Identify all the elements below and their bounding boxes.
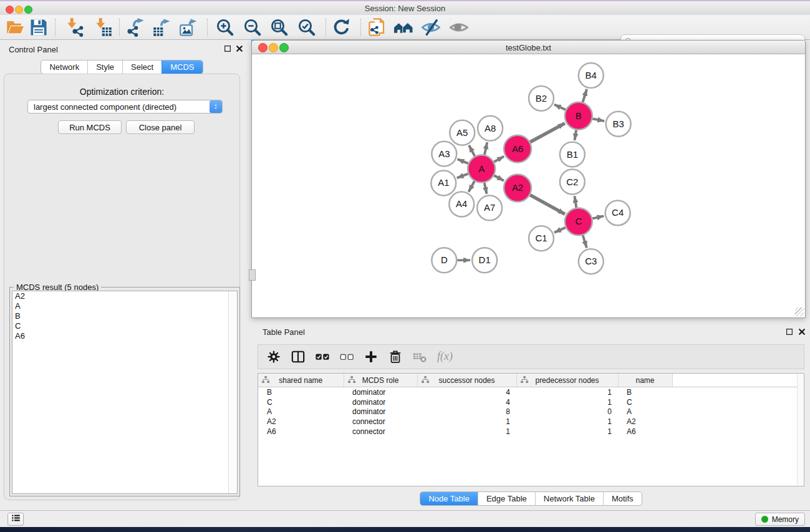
node-C1[interactable]: C1 xyxy=(529,226,554,251)
create-column-icon[interactable] xyxy=(364,350,378,364)
dropdown-chevrons-icon[interactable] xyxy=(210,100,222,113)
edge-C-C2[interactable] xyxy=(574,196,576,208)
edge-B-B2[interactable] xyxy=(554,105,566,110)
edge-A-A2[interactable] xyxy=(494,175,504,180)
close-table-panel-icon[interactable] xyxy=(798,327,806,336)
edge-A-A7[interactable] xyxy=(485,183,487,194)
edge-B-B1[interactable] xyxy=(574,130,576,140)
table-settings-icon[interactable] xyxy=(267,350,281,364)
edge-A-A1[interactable] xyxy=(457,174,468,178)
zoom-in-icon[interactable] xyxy=(216,18,234,37)
panel-splitter-handle[interactable] xyxy=(249,269,256,281)
cell[interactable]: 8 xyxy=(417,407,516,417)
close-panel-button[interactable]: Close panel xyxy=(126,120,195,134)
memory-button[interactable]: Memory xyxy=(755,513,805,526)
function-builder-icon[interactable]: f(x) xyxy=(437,350,453,364)
table-row[interactable]: Adominator80A xyxy=(258,407,804,417)
result-scrollbar[interactable] xyxy=(228,291,237,493)
node-C4[interactable]: C4 xyxy=(605,200,630,225)
cell[interactable]: A xyxy=(618,407,672,417)
cell[interactable]: 1 xyxy=(417,427,516,437)
node-D1[interactable]: D1 xyxy=(472,248,497,273)
edge-A-A4[interactable] xyxy=(468,181,474,192)
cell[interactable]: dominator xyxy=(344,397,417,407)
refresh-icon[interactable] xyxy=(332,18,351,37)
column-header-shared-name[interactable]: shared name xyxy=(258,374,344,387)
cell[interactable]: 1 xyxy=(516,417,618,427)
edge-A-A8[interactable] xyxy=(485,142,487,155)
node-A6[interactable]: A6 xyxy=(504,135,531,163)
node-A1[interactable]: A1 xyxy=(431,171,456,196)
float-table-panel-icon[interactable] xyxy=(785,327,794,336)
cell[interactable]: B xyxy=(618,387,672,397)
cell[interactable]: 4 xyxy=(417,387,516,397)
zoom-out-icon[interactable] xyxy=(243,18,262,37)
cell[interactable]: 1 xyxy=(516,397,618,407)
edge-C-C3[interactable] xyxy=(583,235,587,248)
clone-network-icon[interactable] xyxy=(368,18,387,37)
result-item[interactable]: B xyxy=(12,311,237,321)
column-header-successor-nodes[interactable]: successor nodes xyxy=(417,374,516,387)
tab-motifs[interactable]: Motifs xyxy=(603,492,642,505)
result-item[interactable]: A2 xyxy=(12,291,237,301)
edge-B-B4[interactable] xyxy=(583,89,587,102)
network-view-window[interactable]: testGlobe.txt B4B2BB3A8A5A6A3B1AA1C2A2A4… xyxy=(251,40,806,318)
export-table-icon[interactable] xyxy=(153,18,171,37)
cell[interactable]: dominator xyxy=(344,387,417,397)
show-graphics-details-icon[interactable] xyxy=(450,18,468,37)
task-history-button[interactable] xyxy=(7,513,24,526)
cell[interactable]: connector xyxy=(344,417,417,427)
cell[interactable]: 0 xyxy=(516,407,618,417)
save-session-icon[interactable] xyxy=(29,18,48,37)
node-C[interactable]: C xyxy=(565,208,592,235)
edge-A-A6[interactable] xyxy=(494,157,504,162)
node-B2[interactable]: B2 xyxy=(529,86,554,111)
delete-columns-icon[interactable] xyxy=(388,350,402,364)
edge-A6-B[interactable] xyxy=(530,123,565,142)
cell[interactable]: A6 xyxy=(618,427,672,437)
result-item[interactable]: A xyxy=(12,301,237,311)
node-A8[interactable]: A8 xyxy=(478,116,503,141)
open-session-icon[interactable] xyxy=(6,18,25,37)
table-row[interactable]: Bdominator41B xyxy=(258,387,804,397)
import-network-icon[interactable] xyxy=(65,18,84,37)
column-header-MCDS-role[interactable]: MCDS role xyxy=(344,374,417,387)
edge-C-C1[interactable] xyxy=(554,228,566,233)
node-D[interactable]: D xyxy=(432,248,456,273)
cell[interactable]: C xyxy=(258,397,344,407)
run-mcds-button[interactable]: Run MCDS xyxy=(58,120,122,134)
result-item[interactable]: C xyxy=(12,321,237,331)
node-B3[interactable]: B3 xyxy=(606,112,631,137)
edge-A-A5[interactable] xyxy=(469,145,475,156)
cell[interactable]: dominator xyxy=(344,407,417,417)
table-row[interactable]: Cdominator41C xyxy=(258,397,804,407)
cell[interactable]: B xyxy=(258,387,344,397)
node-A[interactable]: A xyxy=(468,155,495,183)
edge-A2-C[interactable] xyxy=(530,195,565,215)
edge-C-C4[interactable] xyxy=(592,216,604,218)
main-titlebar[interactable]: Session: New Session xyxy=(0,1,810,15)
tab-node-table[interactable]: Node Table xyxy=(420,492,478,505)
result-item[interactable]: A6 xyxy=(12,331,237,341)
cell[interactable]: connector xyxy=(344,427,417,437)
table-row[interactable]: A2connector11A2 xyxy=(258,417,804,427)
edge-B-B3[interactable] xyxy=(592,118,604,121)
delete-table-icon[interactable] xyxy=(413,350,427,364)
cell[interactable]: 1 xyxy=(516,427,618,437)
node-A5[interactable]: A5 xyxy=(450,120,475,145)
edge-A-A3[interactable] xyxy=(458,159,468,163)
tab-network[interactable]: Network xyxy=(41,60,87,74)
table-scrollbar[interactable] xyxy=(797,374,804,486)
cell[interactable]: C xyxy=(618,397,672,407)
show-column-panel-icon[interactable] xyxy=(291,350,305,364)
node-C3[interactable]: C3 xyxy=(579,249,604,274)
optimization-criterion-dropdown[interactable]: largest connected component (directed) xyxy=(27,100,223,114)
network-window-titlebar[interactable]: testGlobe.txt xyxy=(252,41,805,54)
node-A3[interactable]: A3 xyxy=(432,142,456,167)
node-A2[interactable]: A2 xyxy=(504,175,531,202)
resize-grip-icon[interactable] xyxy=(795,307,804,316)
tab-mcds[interactable]: MCDS xyxy=(162,60,202,74)
zoom-selected-icon[interactable] xyxy=(297,18,316,37)
tab-edge-table[interactable]: Edge Table xyxy=(478,492,535,505)
tab-network-table[interactable]: Network Table xyxy=(535,492,603,505)
